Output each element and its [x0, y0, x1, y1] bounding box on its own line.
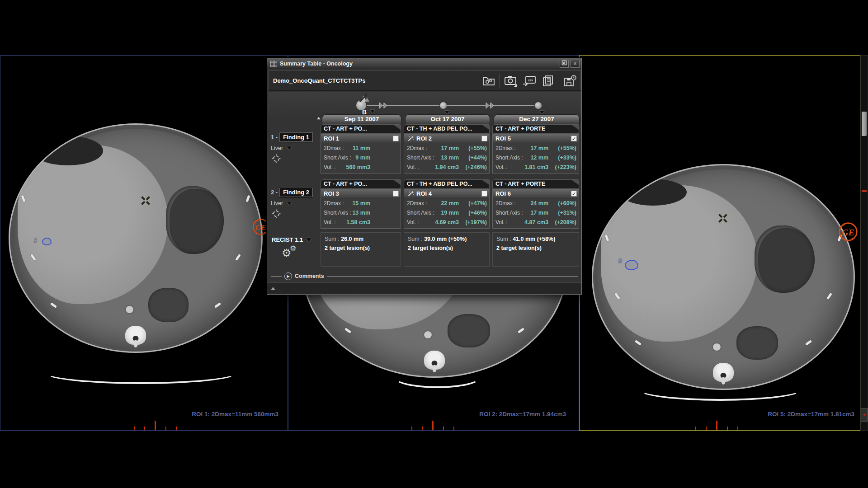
locate-target-button[interactable]: [272, 154, 281, 163]
roi-checkbox[interactable]: [481, 136, 487, 141]
date-tab[interactable]: Dec 27 2007: [494, 114, 580, 124]
magic-wand-icon: [408, 136, 414, 141]
copy-report-button[interactable]: [540, 73, 556, 89]
snapshot-camera-button[interactable]: [503, 73, 519, 89]
rib-bone: [344, 328, 351, 333]
comments-label: Comments: [295, 273, 324, 279]
magic-wand-icon: [408, 191, 414, 197]
close-button[interactable]: ×: [571, 60, 580, 68]
restore-window-button[interactable]: [560, 60, 569, 68]
save-floppy-clock-icon: [563, 75, 577, 87]
roi-card: ROI 4 2Dmax :22 mm(+47%) Short Axis :19 …: [404, 189, 490, 229]
organ-dropdown[interactable]: Liver: [271, 145, 320, 151]
series-tab[interactable]: CT - TH + ABD PEL PO...: [404, 124, 490, 134]
resize-grip-icon: [271, 287, 275, 290]
save-button[interactable]: [562, 73, 578, 89]
settings-gears-button[interactable]: ⚙ ⚙: [282, 247, 300, 259]
scrollbar-thumb[interactable]: [862, 112, 867, 136]
metric-label: Vol. :: [495, 164, 508, 170]
finding-name-field[interactable]: Finding 1: [279, 132, 313, 142]
toolbar-separator: [559, 74, 559, 88]
sum-card: Sum : 41.0 mm (+58%) 2 target lesion(s): [492, 232, 579, 267]
roi-card-header: ROI 1: [321, 134, 401, 143]
roi-checkbox[interactable]: [393, 191, 399, 197]
timeline-node-followup1[interactable]: [439, 102, 447, 109]
timepoint-menu-caret[interactable]: [445, 111, 449, 114]
crosshair-locator[interactable]: [717, 213, 728, 224]
metric-delta: (+208%): [548, 219, 576, 225]
series-tab[interactable]: CT - ART + PORTE: [492, 179, 579, 189]
metric-value: 12 mm: [523, 155, 548, 161]
metric-value: 19 mm: [434, 210, 459, 216]
roi-checkbox[interactable]: [393, 136, 399, 141]
double-chevron-icon: [378, 102, 389, 109]
protocol-dropdown[interactable]: RECIST 1.1: [272, 236, 320, 243]
drag-grip-icon[interactable]: [270, 61, 277, 67]
patient-row: Demo_OncoQuant_CTCTCT3TPs: [269, 70, 581, 91]
series-tab[interactable]: CT - ART + PORTE: [492, 124, 579, 134]
roi-name: ROI 3: [324, 190, 339, 197]
timepoint-menu-caret[interactable]: [540, 111, 544, 114]
ct-viewport-followup2-active[interactable]: 5 GE ROI 5: 2Dmax=17mm 1.81cm3: [579, 55, 860, 431]
target-lesion-count: 2 target lesion(s): [496, 245, 575, 251]
dialog-resize-bar[interactable]: [267, 282, 581, 294]
roi-checkbox[interactable]: ✓: [571, 136, 577, 141]
series-tab[interactable]: CT - ART + PO...: [321, 179, 401, 189]
ct-viewport-baseline[interactable]: 1 GE ROI 1: 2Dmax=11mm 560mm3: [0, 55, 288, 431]
finding-name-field[interactable]: Finding 2: [279, 188, 313, 197]
timeline-node-followup2[interactable]: [534, 102, 542, 109]
slice-scrollbar[interactable]: ◂▸: [860, 55, 868, 431]
roi-card-header: ROI 5 ✓: [493, 134, 579, 143]
organ-dropdown[interactable]: Liver: [271, 200, 320, 206]
date-tab[interactable]: Oct 17 2007: [405, 114, 490, 124]
roi-checkbox[interactable]: [481, 191, 487, 197]
metric-delta: (+31%): [548, 210, 576, 216]
dialog-titlebar[interactable]: Summary Table - Oncology ×: [267, 58, 581, 69]
scanner-table-line: [392, 365, 482, 388]
metric-delta: (+33%): [548, 155, 576, 161]
timepoint-menu-caret[interactable]: [370, 110, 375, 113]
organ-label: Liver: [271, 200, 283, 206]
rib-bone: [635, 340, 642, 346]
vertebra-region: [125, 326, 146, 345]
roi-card: ROI 2 2Dmax :17 mm(+55%) Short Axis :13 …: [404, 134, 490, 174]
divider: [327, 276, 578, 277]
metric-value: 11 mm: [344, 145, 370, 151]
metric-label: Vol. :: [324, 219, 336, 225]
expand-comments-button[interactable]: ▶: [284, 272, 292, 280]
roi-checkbox[interactable]: ✓: [571, 191, 577, 197]
scanner-table-line: [637, 377, 803, 401]
sum-label: Sum :: [408, 236, 423, 242]
lesion-contour-1[interactable]: [42, 238, 52, 245]
bowel-region: [448, 314, 490, 347]
roi-measurement-caption: ROI 2: 2Dmax=17mm 1.94cm3: [479, 411, 566, 418]
finding-2-block: 2 - Finding 2 Liver: [269, 188, 320, 220]
series-tab[interactable]: CT - ART + PO...: [321, 124, 401, 134]
scrollbar-arrows-button[interactable]: ◂▸: [861, 408, 868, 422]
metric-value: 9 mm: [351, 155, 370, 161]
crosshair-locator[interactable]: [140, 195, 151, 206]
toolbar-separator: [500, 74, 500, 88]
roi-measurement-caption: ROI 5: 2Dmax=17mm 1.81cm3: [768, 411, 854, 418]
scroll-up-icon[interactable]: [317, 117, 321, 120]
lesion-number-label: 1: [34, 237, 37, 244]
metric-value: 4.69 cm3: [419, 219, 459, 225]
sum-card: Sum : 26.0 mm 2 target lesion(s): [321, 232, 401, 267]
locate-target-button[interactable]: [272, 209, 281, 218]
metric-label: 2Dmax :: [495, 145, 516, 151]
metric-value: 17 mm: [516, 145, 548, 151]
metric-label: Vol. :: [324, 164, 336, 170]
scanner-table-line: [43, 361, 239, 384]
metric-delta: (+44%): [459, 155, 487, 161]
lung-base-region: [33, 136, 103, 165]
metric-delta: (+246%): [459, 164, 487, 170]
gear-icon: ⚙: [290, 245, 296, 252]
export-csv-button[interactable]: csv: [522, 73, 537, 89]
series-tab[interactable]: CT - TH + ABD PEL PO...: [404, 179, 490, 189]
export-settings-button[interactable]: [481, 73, 496, 89]
lesion-contour-5[interactable]: [625, 260, 638, 270]
date-tab[interactable]: Sep 11 2007: [322, 114, 401, 124]
organ-label: Liver: [271, 145, 283, 151]
roi-card: ROI 1 2Dmax :11 mm Short Axis :9 mm Vol.…: [321, 134, 401, 174]
roi-name: ROI 5: [495, 135, 511, 142]
